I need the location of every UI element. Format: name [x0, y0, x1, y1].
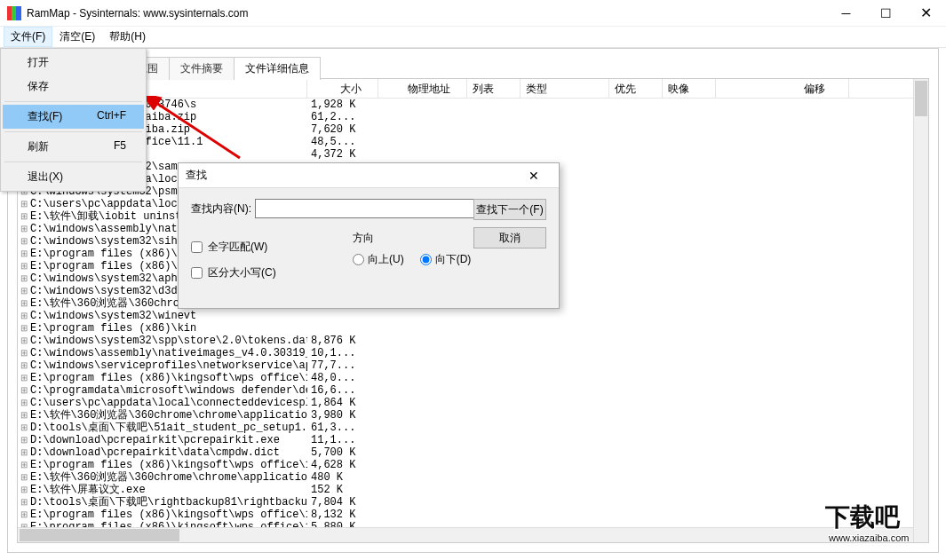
table-row[interactable]: ⊞E:\program files (x86)\kin — [18, 322, 928, 335]
app-icon — [7, 6, 21, 20]
table-row[interactable]: ⊞D:\download\pcrepairkit\data\cmpdw.dict… — [18, 446, 928, 459]
horizontal-scrollbar[interactable] — [18, 527, 913, 542]
file-path: C:\windows\assembly\nativeimages_v4.0.30… — [30, 347, 307, 359]
menu-item-save[interactable]: 保存 — [3, 75, 144, 99]
table-row[interactable]: ⊞E:\program files (x86)\kingsoft\wps off… — [18, 372, 928, 384]
table-row[interactable]: ⊞C:\windows\system32\spp\store\2.0\token… — [18, 335, 928, 347]
whole-word-checkbox[interactable] — [191, 241, 203, 253]
expand-icon[interactable]: ⊞ — [18, 446, 30, 459]
menu-separator — [4, 162, 142, 162]
dir-up-radio[interactable] — [353, 254, 364, 265]
dir-down-radio[interactable] — [420, 254, 432, 265]
table-row[interactable]: ⊞D:\tools\桌面\下载吧\51ait_student_pc_setup1… — [18, 422, 928, 434]
file-size: 1,864 K — [307, 397, 361, 409]
expand-icon[interactable]: ⊞ — [18, 335, 30, 347]
file-path: D:\tools\桌面\下载吧\51ait_student_pc_setup1.… — [30, 422, 307, 434]
maximize-button[interactable]: ☐ — [866, 0, 906, 26]
file-size — [307, 322, 361, 335]
expand-icon[interactable]: ⊞ — [18, 372, 30, 384]
table-row[interactable]: ⊞E:\program files (x86)\kingsoft\wps off… — [18, 509, 928, 521]
menu-item-refresh[interactable]: 刷新F5 — [3, 135, 144, 159]
file-path: E:\program files (x86)\kingsoft\wps offi… — [30, 372, 307, 384]
expand-icon[interactable]: ⊞ — [18, 285, 30, 297]
minimize-button[interactable]: ─ — [826, 0, 866, 26]
tab-file-summary[interactable]: 文件摘要 — [169, 57, 235, 80]
expand-icon[interactable]: ⊞ — [18, 509, 30, 521]
expand-icon[interactable]: ⊞ — [18, 260, 30, 272]
expand-icon[interactable]: ⊞ — [18, 496, 30, 509]
vertical-scrollbar[interactable] — [913, 79, 928, 542]
expand-icon[interactable]: ⊞ — [18, 322, 30, 335]
dialog-body: 查找内容(N): 全字匹配(W) 区分大小写(C) 方向 向上(U) 向下(D)… — [179, 188, 559, 308]
menu-item-exit[interactable]: 退出(X) — [3, 165, 144, 189]
menu-item-find[interactable]: 查找(F)Ctrl+F — [3, 105, 144, 129]
watermark: 下载吧 www.xiazaiba.com — [825, 499, 941, 555]
expand-icon[interactable]: ⊞ — [18, 471, 30, 484]
table-row[interactable]: ⊞E:\软件\360浏览器\360chrome\chrome\applicati… — [18, 409, 928, 422]
menu-help[interactable]: 帮助(H) — [102, 27, 153, 47]
file-size: 77,7... — [307, 359, 361, 372]
menu-file[interactable]: 文件(F) — [4, 27, 52, 47]
menu-item-open[interactable]: 打开 — [3, 51, 144, 75]
table-row[interactable]: ⊞C:\programdata\microsoft\windows defend… — [18, 384, 928, 397]
close-button[interactable]: ✕ — [906, 0, 946, 26]
col-priority[interactable]: 优先 — [609, 79, 663, 98]
cancel-button[interactable]: 取消 — [473, 227, 546, 248]
expand-icon[interactable]: ⊞ — [18, 210, 30, 223]
expand-icon[interactable]: ⊞ — [18, 223, 30, 235]
col-offset[interactable]: 偏移 — [716, 79, 849, 98]
table-row[interactable]: ⊞D:\download\pcrepairkit\pcrepairkit.exe… — [18, 434, 928, 446]
expand-icon[interactable]: ⊞ — [18, 248, 30, 260]
table-row[interactable]: ⊞C:\users\pc\appdata\local\connecteddevi… — [18, 397, 928, 409]
expand-icon[interactable]: ⊞ — [18, 409, 30, 422]
expand-icon[interactable]: ⊞ — [18, 347, 30, 359]
expand-icon[interactable]: ⊞ — [18, 272, 30, 285]
col-image[interactable]: 映像 — [663, 79, 716, 98]
file-path: E:\软件\360浏览器\360chrome\chrome\applicatio… — [30, 471, 307, 484]
table-row[interactable]: ⊞it\debughelper.dll4,372 K — [18, 148, 928, 161]
table-row[interactable]: ⊞\aitstudentpc_xiazaiba.zip61,2... — [18, 111, 928, 123]
expand-icon[interactable]: ⊞ — [18, 198, 30, 210]
table-row[interactable]: ⊞D:\tools\桌面\下载吧\rightbackup81\rightback… — [18, 496, 928, 509]
table-row[interactable]: ⊞C:\windows\system32\winevt — [18, 310, 928, 322]
tab-file-details[interactable]: 文件详细信息 — [234, 57, 321, 80]
expand-icon[interactable]: ⊞ — [18, 235, 30, 248]
expand-icon[interactable]: ⊞ — [18, 359, 30, 372]
file-path: C:\programdata\microsoft\windows defende… — [30, 384, 307, 397]
table-row[interactable]: ⊞6)\.goupinyin\9.8.0.3746\s1,928 K — [18, 99, 928, 111]
table-row[interactable]: ⊞E:\program files (x86)\kingsoft\wps off… — [18, 459, 928, 471]
expand-icon[interactable]: ⊞ — [18, 310, 30, 322]
menu-empty[interactable]: 清空(E) — [52, 27, 102, 47]
table-row[interactable]: ⊞C:\windows\serviceprofiles\networkservi… — [18, 359, 928, 372]
col-list[interactable]: 列表 — [467, 79, 521, 98]
expand-icon[interactable]: ⊞ — [18, 459, 30, 471]
svg-rect-1 — [12, 6, 16, 20]
expand-icon[interactable]: ⊞ — [18, 484, 30, 496]
expand-icon[interactable]: ⊞ — [18, 384, 30, 397]
scrollbar-thumb[interactable] — [915, 81, 927, 116]
match-case-checkbox[interactable] — [191, 267, 203, 279]
table-row[interactable]: ⊞E:\软件\360浏览器\360chrome\chrome\applicati… — [18, 471, 928, 484]
expand-icon[interactable]: ⊞ — [18, 297, 30, 310]
table-row[interactable]: ⊞E:\软件\屏幕议文.exe152 K — [18, 484, 928, 496]
find-content-label: 查找内容(N): — [191, 201, 255, 217]
col-physaddr[interactable]: 物理地址 — [378, 79, 467, 98]
col-size[interactable]: 大小 — [307, 79, 378, 98]
table-row[interactable]: ⊞C:\windows\assembly\nativeimages_v4.0.3… — [18, 347, 928, 359]
dialog-close-button[interactable]: ✕ — [516, 166, 552, 185]
dialog-titlebar[interactable]: 查找 ✕ — [179, 163, 559, 188]
accel-text: F5 — [114, 139, 126, 154]
expand-icon[interactable]: ⊞ — [18, 397, 30, 409]
whole-word-label: 全字匹配(W) — [208, 240, 267, 255]
expand-icon[interactable]: ⊞ — [18, 434, 30, 446]
file-path: E:\program files (x86)\kin — [30, 322, 307, 335]
table-row[interactable]: ⊞6)\kingsoft\wps office\11.148,5... — [18, 136, 928, 148]
expand-icon[interactable]: ⊞ — [18, 422, 30, 434]
file-path: D:\tools\桌面\下载吧\rightbackup81\rightbacku… — [30, 496, 307, 509]
scrollbar-thumb[interactable] — [20, 529, 179, 541]
svg-rect-0 — [7, 6, 12, 20]
col-type[interactable]: 类型 — [521, 79, 609, 98]
table-row[interactable]: ⊞\rightbackup_xiazaiba.zip7,620 K — [18, 123, 928, 136]
find-next-button[interactable]: 查找下一个(F) — [473, 199, 546, 220]
file-path: C:\users\pc\appdata\local\connecteddevic… — [30, 397, 307, 409]
